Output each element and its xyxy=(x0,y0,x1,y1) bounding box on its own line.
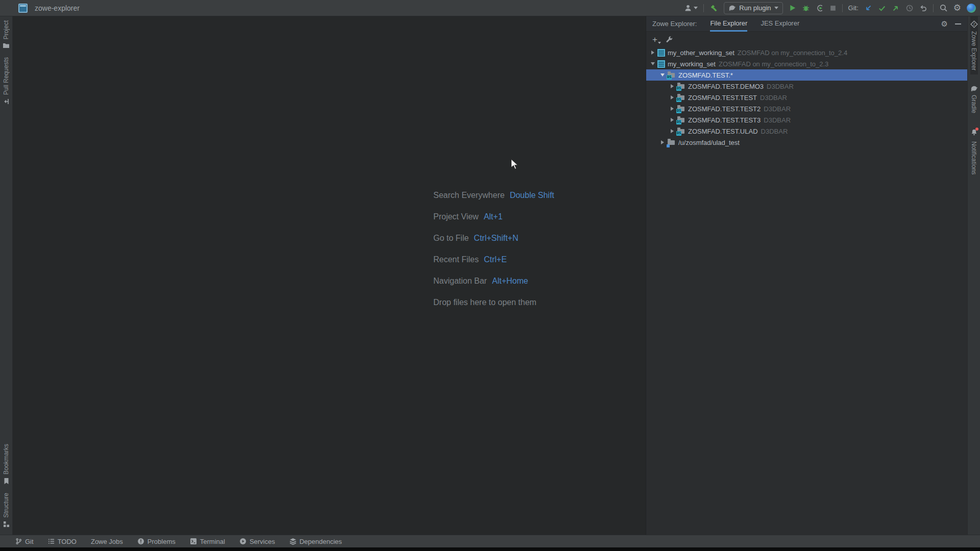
sidebar-item-structure[interactable]: Structure xyxy=(3,489,10,532)
pull-request-icon xyxy=(3,98,10,105)
statusbar-item-problems[interactable]: Problems xyxy=(137,538,176,545)
tab-file-explorer[interactable]: File Explorer xyxy=(710,16,747,32)
run-button[interactable] xyxy=(789,4,796,12)
build-project-button[interactable] xyxy=(709,4,718,12)
statusbar-item-dependencies[interactable]: Dependencies xyxy=(289,538,342,545)
tree-item-dataset[interactable]: DS ZOSMFAD.TEST.TEST2 D3DBAR xyxy=(646,103,967,114)
working-set-icon xyxy=(657,49,665,57)
chevron-right-icon[interactable] xyxy=(669,95,675,99)
chevron-down-icon[interactable] xyxy=(659,73,666,77)
bell-badge xyxy=(970,129,978,138)
sidebar-item-notifications[interactable]: Notifications xyxy=(970,124,978,179)
tree-item-dataset-mask[interactable]: DS ZOSMFAD.TEST.* xyxy=(646,69,967,81)
tree-item-detail: D3DBAR xyxy=(761,128,788,135)
statusbar-item-terminal[interactable]: Terminal xyxy=(190,538,225,545)
chevron-down-icon[interactable] xyxy=(650,62,656,65)
chevron-right-icon[interactable] xyxy=(669,129,675,133)
chevron-right-icon[interactable] xyxy=(659,140,666,144)
dataset-icon: DS xyxy=(677,116,685,124)
project-tab-label: Project xyxy=(3,20,10,39)
statusbar-item-zowe-jobs[interactable]: Zowe Jobs xyxy=(91,538,123,545)
history-button[interactable] xyxy=(905,4,914,12)
debug-button[interactable] xyxy=(802,4,810,12)
statusbar-item-services[interactable]: Services xyxy=(239,538,275,545)
tree-item-working-set[interactable]: my_other_working_set ZOSMFAD on my_conne… xyxy=(646,47,967,58)
chevron-right-icon[interactable] xyxy=(669,118,675,122)
statusbar-label: Git xyxy=(25,538,34,545)
stop-button[interactable] xyxy=(829,5,837,12)
tree-item-uss-folder[interactable]: /u/zosmfad/ulad_test xyxy=(646,137,967,148)
folder-icon xyxy=(3,42,10,49)
dataset-icon: DS xyxy=(677,93,685,102)
wrench-icon[interactable] xyxy=(666,36,673,43)
hide-tool-window-button[interactable] xyxy=(955,23,961,24)
hint-shortcut: Alt+1 xyxy=(484,212,503,222)
chevron-down-icon xyxy=(694,7,698,9)
tree-item-dataset[interactable]: DS ZOSMFAD.TEST.TEST3 D3DBAR xyxy=(646,114,967,126)
notifications-tab-label: Notifications xyxy=(970,141,977,174)
dataset-icon: DS xyxy=(677,105,685,113)
profiler-button[interactable] xyxy=(816,4,824,12)
tree-item-working-set[interactable]: my_working_set ZOSMFAD on my_connection_… xyxy=(646,58,967,69)
sidebar-item-zowe-explorer[interactable]: Z Zowe Explorer xyxy=(970,16,978,74)
tree-item-name: ZOSMFAD.TEST.DEMO3 xyxy=(688,83,764,90)
profile-avatar[interactable] xyxy=(967,4,976,13)
rollback-button[interactable] xyxy=(919,4,927,12)
tree-item-dataset[interactable]: DS ZOSMFAD.TEST.ULAD D3DBAR xyxy=(646,126,967,137)
toolbar-separator xyxy=(842,4,843,12)
git-branch-icon xyxy=(15,538,22,545)
dataset-icon: DS xyxy=(677,82,685,90)
clock-icon xyxy=(905,4,914,12)
tool-window-settings-button[interactable]: ⚙ xyxy=(941,20,948,28)
run-configuration-label: Run plugin xyxy=(739,4,771,12)
tree-item-detail: D3DBAR xyxy=(767,83,794,90)
push-arrow-icon xyxy=(892,4,900,12)
sidebar-item-project[interactable]: Project xyxy=(3,16,10,53)
hint-go-to-file: Go to File Ctrl+Shift+N xyxy=(433,234,554,244)
git-commit-button[interactable] xyxy=(878,4,886,12)
git-push-button[interactable] xyxy=(892,4,900,12)
hint-project-view: Project View Alt+1 xyxy=(433,212,554,222)
sidebar-item-gradle[interactable]: Gradle xyxy=(970,82,978,117)
chevron-down-icon xyxy=(774,7,778,9)
sidebar-item-pull-requests[interactable]: Pull Requests xyxy=(3,53,10,109)
hint-label: Navigation Bar xyxy=(433,277,487,287)
pull-requests-tab-label: Pull Requests xyxy=(3,57,10,95)
add-profile-button[interactable]: + xyxy=(652,35,657,44)
git-update-button[interactable] xyxy=(864,4,872,12)
tree-item-detail: ZOSMFAD on my_connection_to_2.3 xyxy=(719,60,828,68)
tree-item-name: ZOSMFAD.TEST.ULAD xyxy=(688,128,758,135)
tree-item-detail: D3DBAR xyxy=(764,105,791,113)
tree-item-dataset[interactable]: DS ZOSMFAD.TEST.TEST D3DBAR xyxy=(646,92,967,103)
statusbar-label: Zowe Jobs xyxy=(91,538,123,545)
git-label: Git: xyxy=(848,4,859,12)
hint-shortcut: Ctrl+Shift+N xyxy=(474,234,518,244)
settings-button[interactable]: ⚙ xyxy=(953,4,961,12)
hint-label: Go to File xyxy=(433,234,469,244)
chevron-right-icon[interactable] xyxy=(650,51,656,55)
tree-item-detail: D3DBAR xyxy=(764,116,791,124)
search-everywhere-button[interactable] xyxy=(939,4,948,12)
tool-window-title: Zowe Explorer: xyxy=(652,20,697,28)
gradle-icon xyxy=(728,5,736,11)
tab-jes-explorer[interactable]: JES Explorer xyxy=(761,16,799,32)
statusbar-label: Dependencies xyxy=(300,538,342,545)
run-configuration-select[interactable]: Run plugin xyxy=(724,2,782,14)
statusbar-item-git[interactable]: Git xyxy=(15,538,34,545)
left-tool-stripe: Project Pull Requests Bookmarks Structur… xyxy=(0,16,13,535)
hint-navigation-bar: Navigation Bar Alt+Home xyxy=(433,277,554,287)
terminal-icon xyxy=(190,538,197,545)
todo-list-icon xyxy=(48,538,55,544)
chevron-right-icon[interactable] xyxy=(669,107,675,111)
tree-item-dataset[interactable]: DS ZOSMFAD.TEST.DEMO3 D3DBAR xyxy=(646,81,967,92)
statusbar-item-todo[interactable]: TODO xyxy=(48,538,77,545)
hint-label: Search Everywhere xyxy=(433,191,505,201)
sidebar-item-bookmarks[interactable]: Bookmarks xyxy=(3,440,10,489)
chevron-right-icon[interactable] xyxy=(669,84,675,88)
code-with-me-button[interactable] xyxy=(684,4,698,12)
play-icon xyxy=(789,4,796,12)
hint-drop-files: Drop files here to open them xyxy=(433,298,554,308)
working-set-icon xyxy=(657,60,665,68)
hint-search-everywhere: Search Everywhere Double Shift xyxy=(433,191,554,201)
hammer-icon xyxy=(709,4,718,12)
